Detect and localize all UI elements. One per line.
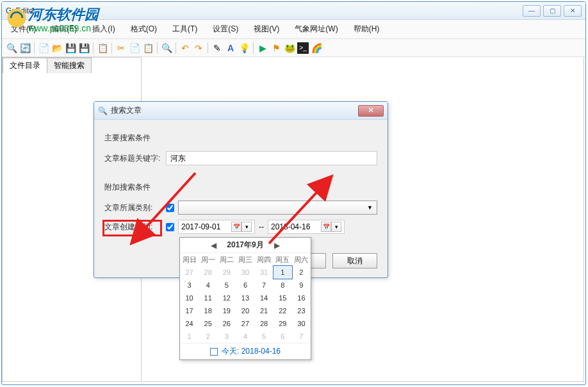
cal-day[interactable]: 24 <box>180 317 199 330</box>
cal-dow: 周一 <box>199 253 217 266</box>
cal-day[interactable]: 21 <box>255 304 274 317</box>
time-checkbox[interactable] <box>166 223 174 231</box>
cal-day[interactable]: 15 <box>274 292 292 304</box>
refresh-icon[interactable]: 🔄 <box>19 42 31 54</box>
cal-day[interactable]: 28 <box>199 266 217 279</box>
keyword-input[interactable] <box>166 151 377 165</box>
today-marker-icon <box>210 348 218 356</box>
cal-day[interactable]: 16 <box>292 292 311 304</box>
dialog-title: 搜索文章 <box>111 105 358 116</box>
toolbar: 🔍 🔄 📄 📂 💾 💾 📋 ✂ 📄 📋 🔍 ↶ ↷ ✎ A 💡 ▶ ⚑ 🐸 >_… <box>2 39 585 57</box>
close-button[interactable]: ✕ <box>564 5 582 17</box>
hint-icon[interactable]: 💡 <box>238 42 250 54</box>
minimize-button[interactable]: — <box>523 5 541 17</box>
cal-day[interactable]: 2 <box>199 330 217 343</box>
category-combo[interactable]: ▼ <box>178 201 377 215</box>
cal-day[interactable]: 7 <box>292 330 311 343</box>
tab-files[interactable]: 文件目录 <box>3 58 47 73</box>
font-icon[interactable]: A <box>225 42 236 54</box>
dialog-close-button[interactable]: ✕ <box>358 105 384 117</box>
chevron-down-icon[interactable]: ▾ <box>241 222 252 232</box>
cal-day[interactable]: 27 <box>236 317 254 330</box>
cal-day[interactable]: 27 <box>180 266 199 279</box>
cal-prev[interactable]: ◀ <box>207 241 220 250</box>
menu-settings[interactable]: 设置(S) <box>210 22 241 36</box>
terminal-icon[interactable]: >_ <box>297 42 309 54</box>
cal-day[interactable]: 3 <box>180 279 199 292</box>
cut-icon[interactable]: ✂ <box>115 42 127 54</box>
cal-day[interactable]: 30 <box>292 317 311 330</box>
new-doc-icon[interactable]: 📄 <box>38 42 49 54</box>
undo-icon[interactable]: ↶ <box>179 42 191 54</box>
cal-day[interactable]: 10 <box>180 292 199 304</box>
save-all-icon[interactable]: 💾 <box>78 42 90 54</box>
menu-view[interactable]: 视图(V) <box>251 22 282 36</box>
date-from-input[interactable]: 2017-09-01 📅 ▾ <box>178 220 255 234</box>
cal-day[interactable]: 17 <box>180 304 199 317</box>
cal-day[interactable]: 20 <box>236 304 254 317</box>
calendar-icon[interactable]: 📅 <box>231 222 241 232</box>
cal-day[interactable]: 2 <box>292 266 311 279</box>
cal-day[interactable]: 6 <box>274 330 292 343</box>
dialog-titlebar: 🔍 搜索文章 ✕ <box>94 102 388 120</box>
cal-day[interactable]: 26 <box>217 317 236 330</box>
cal-day[interactable]: 5 <box>255 330 274 343</box>
cal-day[interactable]: 29 <box>217 266 236 279</box>
maximize-button[interactable]: ▢ <box>543 5 561 17</box>
pencil-icon[interactable]: ✎ <box>211 42 223 54</box>
cal-day[interactable]: 28 <box>255 317 274 330</box>
cal-today-link[interactable]: 今天: 2018-04-16 <box>180 343 311 359</box>
section-main-conditions: 主要搜索条件 <box>104 133 377 144</box>
copy-icon[interactable]: 📋 <box>97 42 108 54</box>
cal-day[interactable]: 12 <box>217 292 236 304</box>
menu-edit[interactable]: 编辑(E) <box>49 22 79 36</box>
rainbow-icon[interactable]: 🌈 <box>311 42 322 54</box>
cal-day[interactable]: 23 <box>292 304 311 317</box>
cal-day[interactable]: 9 <box>292 279 311 292</box>
open-folder-icon[interactable]: 📂 <box>51 42 63 54</box>
cal-next[interactable]: ▶ <box>270 241 284 250</box>
find-icon[interactable]: 🔍 <box>161 42 172 54</box>
paste-icon[interactable]: 📄 <box>129 42 140 54</box>
cal-day[interactable]: 6 <box>236 279 254 292</box>
cancel-button[interactable]: 取消 <box>332 253 377 268</box>
cal-title: 2017年9月 <box>227 240 263 251</box>
cal-day[interactable]: 4 <box>236 330 254 343</box>
redo-icon[interactable]: ↷ <box>193 42 204 54</box>
cal-day[interactable]: 3 <box>217 330 236 343</box>
menu-help[interactable]: 帮助(H) <box>351 22 382 36</box>
tab-smart-search[interactable]: 智能搜索 <box>47 58 92 73</box>
cal-day[interactable]: 25 <box>199 317 217 330</box>
save-icon[interactable]: 💾 <box>65 42 76 54</box>
cal-day[interactable]: 29 <box>274 317 292 330</box>
cal-day[interactable]: 8 <box>274 279 292 292</box>
cal-day[interactable]: 4 <box>199 279 217 292</box>
menu-format[interactable]: 格式(O) <box>128 22 159 36</box>
chart-icon[interactable]: 🐸 <box>284 42 295 54</box>
clipboard-icon[interactable]: 📋 <box>142 42 154 54</box>
category-checkbox[interactable] <box>166 204 174 212</box>
window-title: GsEditor <box>6 6 520 15</box>
cal-day[interactable]: 19 <box>217 304 236 317</box>
menu-weather[interactable]: 气象网址(W) <box>292 22 340 36</box>
flag-icon[interactable]: ⚑ <box>270 42 282 54</box>
cal-day[interactable]: 22 <box>274 304 292 317</box>
search-icon[interactable]: 🔍 <box>6 42 17 54</box>
cal-day[interactable]: 13 <box>236 292 254 304</box>
cal-day[interactable]: 30 <box>236 266 254 279</box>
cal-day[interactable]: 11 <box>199 292 217 304</box>
cal-day[interactable]: 1 <box>180 330 199 343</box>
menu-file[interactable]: 文件(F) <box>8 22 38 36</box>
cal-day[interactable]: 7 <box>255 279 274 292</box>
menu-insert[interactable]: 插入(I) <box>90 22 117 36</box>
chevron-down-icon[interactable]: ▾ <box>331 222 341 232</box>
cal-day[interactable]: 31 <box>255 266 274 279</box>
cal-day[interactable]: 18 <box>199 304 217 317</box>
play-icon[interactable]: ▶ <box>257 42 268 54</box>
cal-day[interactable]: 1 <box>274 266 292 279</box>
calendar-icon[interactable]: 📅 <box>321 222 331 232</box>
cal-day[interactable]: 14 <box>255 292 274 304</box>
cal-day[interactable]: 5 <box>217 279 236 292</box>
menu-tools[interactable]: 工具(T) <box>170 22 200 36</box>
date-to-input[interactable]: 2018-04-16 📅 ▾ <box>268 220 345 234</box>
